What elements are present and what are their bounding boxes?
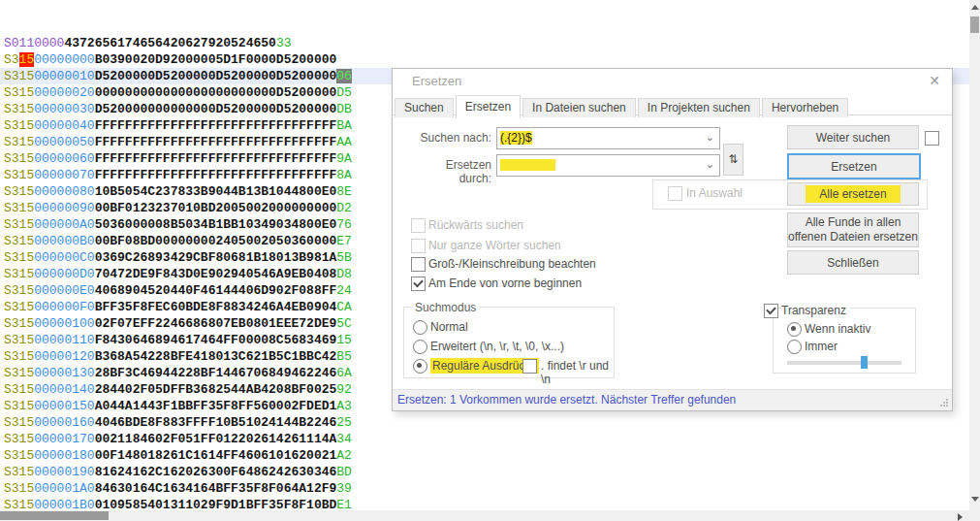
replace-value-highlight bbox=[500, 159, 555, 171]
tab-in-projekten-suchen[interactable]: In Projekten suchen bbox=[638, 98, 760, 117]
vertical-scrollbar[interactable] bbox=[969, 0, 980, 510]
scroll-down-icon[interactable] bbox=[971, 497, 979, 502]
search-mode-extended-label: Erweitert (\n, \r, \t, \0, \x...) bbox=[430, 340, 564, 353]
transparency-checkbox[interactable] bbox=[764, 304, 778, 318]
in-selection-checkbox[interactable] bbox=[668, 186, 682, 201]
replace-all-open-docs-label: Alle Funde in allen offenen Dateien erse… bbox=[788, 215, 918, 244]
horizontal-scrollbar[interactable] bbox=[0, 510, 980, 521]
whole-word-label: Nur ganze Wörter suchen bbox=[428, 239, 561, 252]
replace-dialog: Ersetzen ✕ Suchen Ersetzen In Dateien su… bbox=[392, 68, 953, 411]
tab-hervorheben[interactable]: Hervorheben bbox=[762, 98, 848, 117]
dot-matches-newline-label: . findet \r und \n bbox=[541, 359, 614, 386]
tab-in-dateien-suchen[interactable]: In Dateien suchen bbox=[522, 98, 636, 117]
close-button[interactable]: Schließen bbox=[787, 250, 919, 275]
in-selection-label: In Auswahl bbox=[686, 186, 743, 200]
resize-grip[interactable] bbox=[939, 398, 948, 407]
dialog-title: Ersetzen bbox=[412, 74, 461, 88]
find-next-button[interactable]: Weiter suchen bbox=[787, 125, 919, 149]
dialog-tabs: Suchen Ersetzen In Dateien suchen In Pro… bbox=[395, 95, 850, 117]
transparency-slider[interactable] bbox=[787, 361, 901, 365]
match-case-label: Groß-/Kleinschreibung beachten bbox=[428, 257, 596, 271]
wrap-around-label: Am Ende von vorne beginnen bbox=[428, 277, 582, 290]
backward-direction-checkbox[interactable] bbox=[411, 218, 426, 233]
search-mode-normal-radio[interactable] bbox=[413, 320, 427, 335]
scroll-up-icon[interactable] bbox=[971, 5, 979, 10]
backward-direction-label: Rückwärts suchen bbox=[428, 218, 523, 232]
replace-all-label: Alle ersetzen bbox=[806, 185, 900, 203]
replace-input[interactable]: ⌄ bbox=[496, 154, 720, 177]
search-mode-group: Suchmodus Normal Erweitert (\n, \r, \t, … bbox=[403, 307, 615, 378]
horizontal-scrollbar-thumb[interactable] bbox=[0, 511, 109, 520]
status-message: Ersetzen: 1 Vorkommen wurde ersetzt. Näc… bbox=[397, 393, 736, 407]
chevron-down-icon[interactable]: ⌄ bbox=[706, 131, 714, 144]
whole-word-checkbox[interactable] bbox=[411, 239, 426, 253]
hex-line[interactable]: S0110000437265617465642062792052465033 bbox=[0, 35, 969, 51]
tab-ersetzen[interactable]: Ersetzen bbox=[456, 95, 521, 118]
search-mode-title: Suchmodus bbox=[412, 301, 479, 314]
transparency-slider-thumb[interactable] bbox=[861, 356, 868, 369]
hex-line[interactable]: S31500000000B0390020D92000005D1F0000D520… bbox=[0, 51, 969, 68]
hex-line[interactable]: S315000001604046BDE8F883FFFF10B51024144B… bbox=[0, 414, 969, 431]
find-next-checkbox[interactable] bbox=[925, 131, 939, 146]
transparency-label: Transparenz bbox=[781, 304, 850, 317]
scroll-right-icon[interactable] bbox=[958, 513, 963, 521]
search-label: Suchen nach: bbox=[416, 131, 491, 145]
vertical-scrollbar-thumb[interactable] bbox=[970, 16, 979, 33]
transparency-on-inactive-label: Wenn inaktiv bbox=[805, 322, 870, 336]
match-case-checkbox[interactable] bbox=[411, 257, 426, 272]
swap-search-replace-button[interactable]: ⇅ bbox=[723, 144, 743, 176]
search-mode-extended-radio[interactable] bbox=[413, 340, 427, 354]
transparency-on-inactive-radio[interactable] bbox=[787, 322, 802, 337]
hex-line[interactable]: S3150000019081624162C162026300F648624263… bbox=[0, 464, 969, 480]
chevron-down-icon[interactable]: ⌄ bbox=[706, 158, 714, 171]
replace-button[interactable]: Ersetzen bbox=[787, 153, 921, 179]
search-mode-normal-label: Normal bbox=[430, 320, 468, 334]
dot-matches-newline-checkbox[interactable] bbox=[522, 359, 537, 374]
search-mode-regex-radio[interactable] bbox=[413, 359, 427, 374]
close-icon[interactable]: ✕ bbox=[925, 71, 944, 90]
hex-line[interactable]: S3150000018000F148018261C1614FF460610162… bbox=[0, 447, 969, 464]
find-next-label: Weiter suchen bbox=[788, 131, 918, 145]
replace-label: Ersetzen durch: bbox=[416, 158, 491, 185]
transparency-always-radio[interactable] bbox=[787, 340, 802, 354]
replace-all-button[interactable]: Alle ersetzen bbox=[787, 182, 919, 206]
replace-all-open-docs-button[interactable]: Alle Funde in allen offenen Dateien erse… bbox=[787, 212, 919, 247]
replace-label-button: Ersetzen bbox=[789, 160, 919, 174]
hex-line[interactable]: S315000001A084630164C1634164BFF35F8F064A… bbox=[0, 480, 969, 497]
search-input[interactable]: (.{2})$ ⌄ bbox=[496, 127, 720, 149]
wrap-around-checkbox[interactable] bbox=[411, 277, 426, 291]
search-value[interactable]: (.{2})$ bbox=[500, 131, 532, 145]
tab-suchen[interactable]: Suchen bbox=[395, 98, 454, 117]
close-button-label: Schließen bbox=[788, 256, 918, 270]
app-window: S0110000437265617465642062792052465033S3… bbox=[0, 0, 980, 521]
hex-line[interactable]: S315000001700021184602F051FF012202614261… bbox=[0, 431, 969, 447]
dialog-status-bar: Ersetzen: 1 Vorkommen wurde ersetzt. Näc… bbox=[393, 389, 952, 410]
transparency-always-label: Immer bbox=[805, 340, 838, 353]
